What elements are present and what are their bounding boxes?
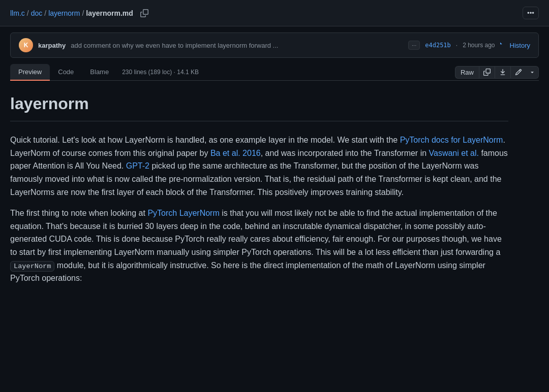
link-pytorch-layernorm[interactable]: PyTorch LayerNorm bbox=[147, 209, 219, 217]
commit-message: add comment on why we even have to imple… bbox=[71, 42, 403, 49]
chevron-down-icon bbox=[529, 69, 535, 75]
breadcrumb-doc[interactable]: doc bbox=[31, 9, 43, 17]
breadcrumb-repo[interactable]: llm.c bbox=[10, 9, 25, 17]
edit-button[interactable] bbox=[510, 66, 526, 79]
markdown-body: layernorm Quick tutorial. Let's look at … bbox=[10, 91, 508, 285]
commit-author: karpathy bbox=[38, 42, 66, 49]
breadcrumb-current: layernorm.md bbox=[86, 9, 133, 17]
paragraph-1: Quick tutorial. Let's look at how LayerN… bbox=[10, 134, 508, 199]
commit-time: 2 hours ago bbox=[463, 42, 495, 49]
tab-preview[interactable]: Preview bbox=[10, 64, 50, 81]
raw-button[interactable]: Raw bbox=[455, 66, 479, 79]
doc-title: layernorm bbox=[10, 91, 508, 121]
link-gpt2[interactable]: GPT-2 bbox=[126, 161, 149, 170]
top-bar: llm.c / doc / layernorm / layernorm.md •… bbox=[0, 0, 549, 26]
copy-content-button[interactable] bbox=[479, 66, 495, 79]
tab-blame[interactable]: Blame bbox=[82, 64, 117, 81]
breadcrumb-sep1: / bbox=[27, 9, 29, 17]
edit-icon bbox=[515, 69, 522, 76]
link-vaswani[interactable]: Vaswani et al. bbox=[429, 149, 479, 157]
breadcrumb-sep2: / bbox=[44, 9, 46, 17]
more-actions-button[interactable] bbox=[526, 66, 539, 79]
link-pytorch-docs[interactable]: PyTorch docs for LayerNorm bbox=[400, 136, 503, 144]
history-button[interactable]: History bbox=[500, 42, 530, 49]
code-layernorm: LayerNorm bbox=[10, 261, 54, 272]
commit-bar: K karpathy add comment on why we even ha… bbox=[10, 32, 539, 58]
file-info: 230 lines (189 loc) · 14.1 KB bbox=[117, 69, 455, 76]
copy-path-button[interactable] bbox=[138, 8, 150, 18]
commit-expand-button[interactable]: ··· bbox=[408, 41, 420, 50]
history-label: History bbox=[510, 42, 530, 49]
tab-code[interactable]: Code bbox=[50, 64, 82, 81]
commit-dot-sep: · bbox=[456, 42, 458, 49]
breadcrumb: llm.c / doc / layernorm / layernorm.md bbox=[10, 8, 150, 18]
link-ba-2016[interactable]: Ba et al. 2016 bbox=[210, 149, 261, 157]
download-icon bbox=[499, 69, 506, 76]
breadcrumb-sep3: / bbox=[82, 9, 84, 17]
copy-icon bbox=[483, 69, 491, 76]
file-toolbar: Preview Code Blame 230 lines (189 loc) ·… bbox=[10, 64, 539, 81]
content-area: layernorm Quick tutorial. Let's look at … bbox=[10, 91, 539, 285]
breadcrumb-layernorm[interactable]: layernorm bbox=[48, 9, 80, 17]
toolbar-actions: Raw bbox=[455, 66, 539, 79]
download-button[interactable] bbox=[495, 66, 510, 79]
paragraph-2: The first thing to note when looking at … bbox=[10, 207, 508, 285]
avatar: K bbox=[19, 38, 33, 52]
more-options-button[interactable]: ••• bbox=[523, 7, 539, 19]
history-icon bbox=[500, 42, 507, 49]
more-dots: ••• bbox=[527, 9, 534, 17]
commit-hash[interactable]: e4d251b bbox=[425, 42, 451, 49]
copy-icon bbox=[140, 9, 148, 17]
raw-btn-group: Raw bbox=[455, 66, 539, 79]
